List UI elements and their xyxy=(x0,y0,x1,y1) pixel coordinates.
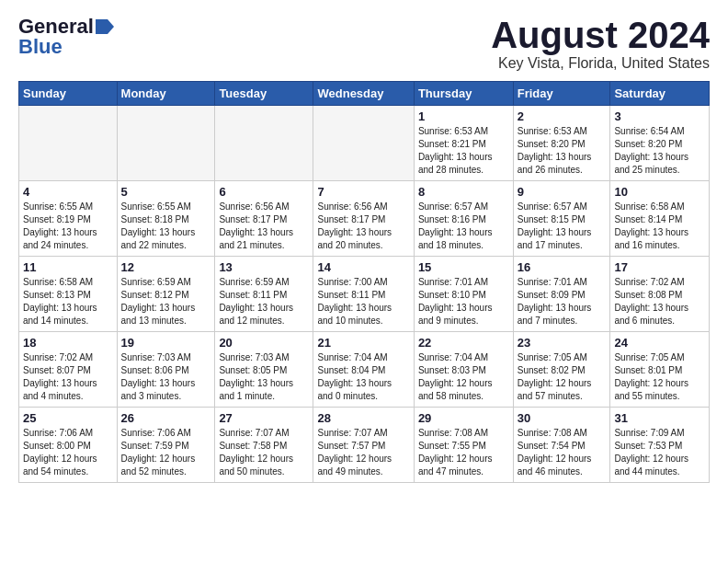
calendar-week-4: 18Sunrise: 7:02 AMSunset: 8:07 PMDayligh… xyxy=(19,332,710,408)
day-number: 29 xyxy=(418,411,509,425)
calendar-cell: 16Sunrise: 7:01 AMSunset: 8:09 PMDayligh… xyxy=(513,257,610,332)
calendar-cell: 4Sunrise: 6:55 AMSunset: 8:19 PMDaylight… xyxy=(19,181,118,257)
day-info: Sunrise: 6:59 AMSunset: 8:11 PMDaylight:… xyxy=(219,276,309,327)
day-number: 2 xyxy=(518,109,607,123)
day-number: 18 xyxy=(23,336,113,350)
calendar-cell: 10Sunrise: 6:58 AMSunset: 8:14 PMDayligh… xyxy=(610,181,710,257)
day-number: 19 xyxy=(121,336,211,350)
calendar-cell: 1Sunrise: 6:53 AMSunset: 8:21 PMDaylight… xyxy=(414,106,513,181)
day-info: Sunrise: 7:02 AMSunset: 8:07 PMDaylight:… xyxy=(23,351,113,403)
day-info: Sunrise: 6:53 AMSunset: 8:21 PMDaylight:… xyxy=(418,125,509,177)
calendar-cell: 8Sunrise: 6:57 AMSunset: 8:16 PMDaylight… xyxy=(414,181,513,257)
day-number: 4 xyxy=(23,185,113,199)
day-number: 23 xyxy=(518,336,607,350)
calendar-cell xyxy=(313,106,414,181)
day-number: 26 xyxy=(121,411,211,425)
day-number: 12 xyxy=(121,260,211,274)
day-header-monday: Monday xyxy=(117,82,215,106)
day-info: Sunrise: 6:55 AMSunset: 8:19 PMDaylight:… xyxy=(23,201,113,252)
calendar-cell: 24Sunrise: 7:05 AMSunset: 8:01 PMDayligh… xyxy=(610,332,710,408)
day-info: Sunrise: 7:08 AMSunset: 7:55 PMDaylight:… xyxy=(418,427,509,478)
day-info: Sunrise: 6:55 AMSunset: 8:18 PMDaylight:… xyxy=(121,201,211,252)
day-number: 15 xyxy=(418,260,509,274)
day-info: Sunrise: 7:01 AMSunset: 8:10 PMDaylight:… xyxy=(418,276,509,327)
day-info: Sunrise: 6:58 AMSunset: 8:14 PMDaylight:… xyxy=(614,201,705,252)
calendar-header-row: SundayMondayTuesdayWednesdayThursdayFrid… xyxy=(19,82,710,106)
day-number: 25 xyxy=(23,411,113,425)
calendar-cell: 11Sunrise: 6:58 AMSunset: 8:13 PMDayligh… xyxy=(19,257,118,332)
calendar-cell: 20Sunrise: 7:03 AMSunset: 8:05 PMDayligh… xyxy=(215,332,313,408)
day-info: Sunrise: 6:57 AMSunset: 8:16 PMDaylight:… xyxy=(418,201,509,252)
calendar-cell: 6Sunrise: 6:56 AMSunset: 8:17 PMDaylight… xyxy=(215,181,313,257)
day-number: 6 xyxy=(219,185,309,199)
day-info: Sunrise: 7:07 AMSunset: 7:57 PMDaylight:… xyxy=(317,427,409,478)
calendar-cell: 25Sunrise: 7:06 AMSunset: 8:00 PMDayligh… xyxy=(19,408,118,483)
calendar-title: August 2024 xyxy=(491,15,710,55)
calendar-week-1: 1Sunrise: 6:53 AMSunset: 8:21 PMDaylight… xyxy=(19,106,710,181)
calendar-cell xyxy=(117,106,215,181)
calendar-cell: 15Sunrise: 7:01 AMSunset: 8:10 PMDayligh… xyxy=(414,257,513,332)
calendar-table: SundayMondayTuesdayWednesdayThursdayFrid… xyxy=(18,81,710,483)
day-info: Sunrise: 7:03 AMSunset: 8:06 PMDaylight:… xyxy=(121,351,211,403)
calendar-body: 1Sunrise: 6:53 AMSunset: 8:21 PMDaylight… xyxy=(19,106,710,483)
calendar-cell: 17Sunrise: 7:02 AMSunset: 8:08 PMDayligh… xyxy=(610,257,710,332)
day-info: Sunrise: 6:59 AMSunset: 8:12 PMDaylight:… xyxy=(121,276,211,327)
day-header-sunday: Sunday xyxy=(19,82,118,106)
day-info: Sunrise: 6:58 AMSunset: 8:13 PMDaylight:… xyxy=(23,276,113,327)
calendar-cell: 31Sunrise: 7:09 AMSunset: 7:53 PMDayligh… xyxy=(610,408,710,483)
calendar-cell: 29Sunrise: 7:08 AMSunset: 7:55 PMDayligh… xyxy=(414,408,513,483)
day-number: 31 xyxy=(614,411,705,425)
day-info: Sunrise: 7:04 AMSunset: 8:04 PMDaylight:… xyxy=(317,351,409,403)
calendar-cell: 2Sunrise: 6:53 AMSunset: 8:20 PMDaylight… xyxy=(513,106,610,181)
day-info: Sunrise: 7:07 AMSunset: 7:58 PMDaylight:… xyxy=(219,427,309,478)
calendar-cell xyxy=(215,106,313,181)
day-number: 8 xyxy=(418,185,509,199)
day-number: 5 xyxy=(121,185,211,199)
day-number: 13 xyxy=(219,260,309,274)
day-number: 7 xyxy=(317,185,409,199)
calendar-cell: 23Sunrise: 7:05 AMSunset: 8:02 PMDayligh… xyxy=(513,332,610,408)
day-info: Sunrise: 7:04 AMSunset: 8:03 PMDaylight:… xyxy=(418,351,509,403)
calendar-cell: 27Sunrise: 7:07 AMSunset: 7:58 PMDayligh… xyxy=(215,408,313,483)
day-number: 1 xyxy=(418,109,509,123)
day-info: Sunrise: 7:05 AMSunset: 8:02 PMDaylight:… xyxy=(518,351,607,403)
svg-marker-0 xyxy=(96,19,114,34)
day-number: 17 xyxy=(614,260,705,274)
logo: General Blue xyxy=(18,15,114,59)
day-number: 27 xyxy=(219,411,309,425)
calendar-cell: 9Sunrise: 6:57 AMSunset: 8:15 PMDaylight… xyxy=(513,181,610,257)
day-header-friday: Friday xyxy=(513,82,610,106)
day-info: Sunrise: 7:03 AMSunset: 8:05 PMDaylight:… xyxy=(219,351,309,403)
day-info: Sunrise: 7:02 AMSunset: 8:08 PMDaylight:… xyxy=(614,276,705,327)
day-info: Sunrise: 7:06 AMSunset: 7:59 PMDaylight:… xyxy=(121,427,211,478)
calendar-cell: 28Sunrise: 7:07 AMSunset: 7:57 PMDayligh… xyxy=(313,408,414,483)
logo-text-blue: Blue xyxy=(18,35,63,59)
calendar-cell: 5Sunrise: 6:55 AMSunset: 8:18 PMDaylight… xyxy=(117,181,215,257)
day-info: Sunrise: 7:06 AMSunset: 8:00 PMDaylight:… xyxy=(23,427,113,478)
calendar-cell: 19Sunrise: 7:03 AMSunset: 8:06 PMDayligh… xyxy=(117,332,215,408)
day-number: 28 xyxy=(317,411,409,425)
day-number: 30 xyxy=(518,411,607,425)
day-info: Sunrise: 7:08 AMSunset: 7:54 PMDaylight:… xyxy=(518,427,607,478)
day-number: 16 xyxy=(518,260,607,274)
day-info: Sunrise: 6:56 AMSunset: 8:17 PMDaylight:… xyxy=(219,201,309,252)
calendar-cell: 26Sunrise: 7:06 AMSunset: 7:59 PMDayligh… xyxy=(117,408,215,483)
calendar-cell: 30Sunrise: 7:08 AMSunset: 7:54 PMDayligh… xyxy=(513,408,610,483)
day-info: Sunrise: 6:57 AMSunset: 8:15 PMDaylight:… xyxy=(518,201,607,252)
day-header-saturday: Saturday xyxy=(610,82,710,106)
day-info: Sunrise: 7:00 AMSunset: 8:11 PMDaylight:… xyxy=(317,276,409,327)
day-info: Sunrise: 6:53 AMSunset: 8:20 PMDaylight:… xyxy=(518,125,607,177)
day-info: Sunrise: 6:54 AMSunset: 8:20 PMDaylight:… xyxy=(614,125,705,177)
calendar-cell: 13Sunrise: 6:59 AMSunset: 8:11 PMDayligh… xyxy=(215,257,313,332)
day-number: 11 xyxy=(23,260,113,274)
calendar-cell: 14Sunrise: 7:00 AMSunset: 8:11 PMDayligh… xyxy=(313,257,414,332)
day-header-tuesday: Tuesday xyxy=(215,82,313,106)
day-number: 21 xyxy=(317,336,409,350)
day-number: 10 xyxy=(614,185,705,199)
calendar-cell: 21Sunrise: 7:04 AMSunset: 8:04 PMDayligh… xyxy=(313,332,414,408)
calendar-cell: 7Sunrise: 6:56 AMSunset: 8:17 PMDaylight… xyxy=(313,181,414,257)
header: General Blue August 2024 Key Vista, Flor… xyxy=(18,15,710,72)
calendar-cell xyxy=(19,106,118,181)
day-info: Sunrise: 7:01 AMSunset: 8:09 PMDaylight:… xyxy=(518,276,607,327)
calendar-cell: 22Sunrise: 7:04 AMSunset: 8:03 PMDayligh… xyxy=(414,332,513,408)
